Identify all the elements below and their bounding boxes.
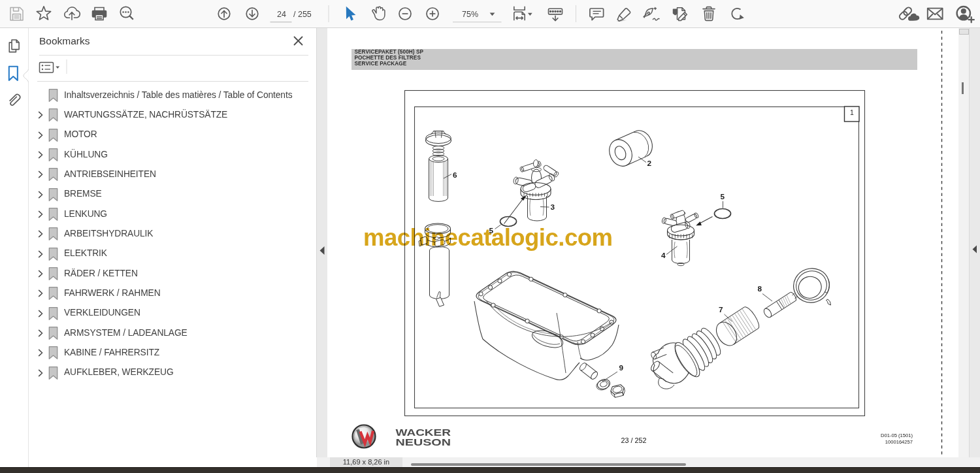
svg-text:1: 1 [850, 108, 854, 116]
svg-text:7: 7 [719, 305, 723, 314]
svg-text:3: 3 [551, 203, 555, 212]
svg-text:9: 9 [619, 363, 624, 372]
svg-text:1000164257: 1000164257 [885, 439, 913, 445]
svg-text:D01-05 (1501): D01-05 (1501) [881, 432, 913, 438]
svg-text:75%: 75% [462, 10, 478, 19]
svg-text:8: 8 [758, 284, 762, 293]
svg-text:POCHETTE DES FILTRES: POCHETTE DES FILTRES [355, 55, 421, 61]
svg-text:23 / 252: 23 / 252 [621, 436, 646, 444]
svg-text:6: 6 [453, 171, 457, 180]
svg-text:4: 4 [661, 251, 666, 260]
svg-text:SERVICEPAKET (500H) SP: SERVICEPAKET (500H) SP [355, 49, 424, 55]
svg-text:5: 5 [721, 192, 725, 201]
svg-text:SERVICE PACKAGE: SERVICE PACKAGE [355, 61, 407, 67]
svg-text:NEUSON: NEUSON [396, 436, 451, 448]
svg-text:24: 24 [277, 10, 286, 19]
svg-text:/ 255: / 255 [293, 10, 312, 19]
svg-text:2: 2 [647, 159, 652, 168]
